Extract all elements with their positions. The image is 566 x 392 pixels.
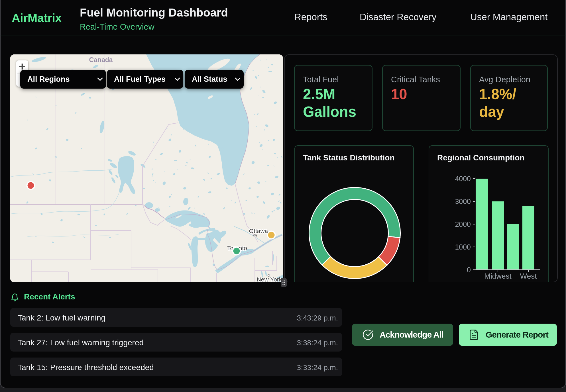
svg-text:Midwest: Midwest <box>484 272 512 280</box>
svg-text:4000: 4000 <box>455 175 471 183</box>
svg-text:West: West <box>520 272 537 280</box>
svg-text:1000: 1000 <box>455 243 471 251</box>
svg-text:2000: 2000 <box>455 220 471 228</box>
svg-text:Ottawa: Ottawa <box>249 228 268 234</box>
svg-text:New York: New York <box>257 276 282 282</box>
svg-text:3000: 3000 <box>455 197 471 205</box>
svg-text:0: 0 <box>467 266 471 274</box>
svg-text:Canada: Canada <box>89 56 113 64</box>
